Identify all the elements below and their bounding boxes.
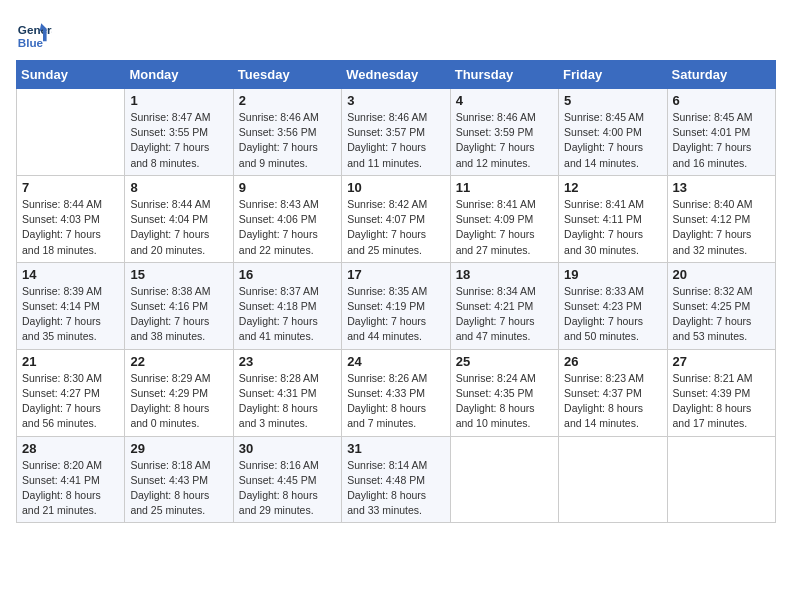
calendar-cell: 7Sunrise: 8:44 AMSunset: 4:03 PMDaylight… bbox=[17, 175, 125, 262]
calendar-cell: 28Sunrise: 8:20 AMSunset: 4:41 PMDayligh… bbox=[17, 436, 125, 523]
calendar-cell bbox=[450, 436, 558, 523]
page-header: General Blue bbox=[16, 16, 776, 52]
day-detail: Sunrise: 8:41 AMSunset: 4:11 PMDaylight:… bbox=[564, 197, 661, 258]
day-number: 28 bbox=[22, 441, 119, 456]
day-number: 21 bbox=[22, 354, 119, 369]
day-detail: Sunrise: 8:46 AMSunset: 3:56 PMDaylight:… bbox=[239, 110, 336, 171]
day-number: 23 bbox=[239, 354, 336, 369]
day-number: 26 bbox=[564, 354, 661, 369]
day-detail: Sunrise: 8:46 AMSunset: 3:57 PMDaylight:… bbox=[347, 110, 444, 171]
day-number: 22 bbox=[130, 354, 227, 369]
calendar-cell: 6Sunrise: 8:45 AMSunset: 4:01 PMDaylight… bbox=[667, 89, 775, 176]
calendar-cell: 18Sunrise: 8:34 AMSunset: 4:21 PMDayligh… bbox=[450, 262, 558, 349]
day-number: 16 bbox=[239, 267, 336, 282]
weekday-header-wednesday: Wednesday bbox=[342, 61, 450, 89]
weekday-header-monday: Monday bbox=[125, 61, 233, 89]
weekday-header-saturday: Saturday bbox=[667, 61, 775, 89]
calendar-week-row: 21Sunrise: 8:30 AMSunset: 4:27 PMDayligh… bbox=[17, 349, 776, 436]
day-detail: Sunrise: 8:18 AMSunset: 4:43 PMDaylight:… bbox=[130, 458, 227, 519]
day-detail: Sunrise: 8:39 AMSunset: 4:14 PMDaylight:… bbox=[22, 284, 119, 345]
day-number: 24 bbox=[347, 354, 444, 369]
calendar-cell: 13Sunrise: 8:40 AMSunset: 4:12 PMDayligh… bbox=[667, 175, 775, 262]
day-detail: Sunrise: 8:40 AMSunset: 4:12 PMDaylight:… bbox=[673, 197, 770, 258]
day-detail: Sunrise: 8:38 AMSunset: 4:16 PMDaylight:… bbox=[130, 284, 227, 345]
day-number: 4 bbox=[456, 93, 553, 108]
day-number: 19 bbox=[564, 267, 661, 282]
day-detail: Sunrise: 8:32 AMSunset: 4:25 PMDaylight:… bbox=[673, 284, 770, 345]
calendar-cell: 29Sunrise: 8:18 AMSunset: 4:43 PMDayligh… bbox=[125, 436, 233, 523]
calendar-cell: 22Sunrise: 8:29 AMSunset: 4:29 PMDayligh… bbox=[125, 349, 233, 436]
day-detail: Sunrise: 8:24 AMSunset: 4:35 PMDaylight:… bbox=[456, 371, 553, 432]
day-number: 30 bbox=[239, 441, 336, 456]
day-number: 6 bbox=[673, 93, 770, 108]
day-detail: Sunrise: 8:23 AMSunset: 4:37 PMDaylight:… bbox=[564, 371, 661, 432]
svg-text:General: General bbox=[18, 23, 52, 36]
day-detail: Sunrise: 8:41 AMSunset: 4:09 PMDaylight:… bbox=[456, 197, 553, 258]
calendar-cell: 31Sunrise: 8:14 AMSunset: 4:48 PMDayligh… bbox=[342, 436, 450, 523]
calendar-cell: 20Sunrise: 8:32 AMSunset: 4:25 PMDayligh… bbox=[667, 262, 775, 349]
day-detail: Sunrise: 8:37 AMSunset: 4:18 PMDaylight:… bbox=[239, 284, 336, 345]
day-detail: Sunrise: 8:28 AMSunset: 4:31 PMDaylight:… bbox=[239, 371, 336, 432]
logo: General Blue bbox=[16, 16, 58, 52]
calendar-week-row: 14Sunrise: 8:39 AMSunset: 4:14 PMDayligh… bbox=[17, 262, 776, 349]
day-number: 5 bbox=[564, 93, 661, 108]
calendar-cell: 5Sunrise: 8:45 AMSunset: 4:00 PMDaylight… bbox=[559, 89, 667, 176]
weekday-header-sunday: Sunday bbox=[17, 61, 125, 89]
day-detail: Sunrise: 8:14 AMSunset: 4:48 PMDaylight:… bbox=[347, 458, 444, 519]
calendar-cell: 26Sunrise: 8:23 AMSunset: 4:37 PMDayligh… bbox=[559, 349, 667, 436]
day-number: 17 bbox=[347, 267, 444, 282]
day-detail: Sunrise: 8:42 AMSunset: 4:07 PMDaylight:… bbox=[347, 197, 444, 258]
calendar-cell: 17Sunrise: 8:35 AMSunset: 4:19 PMDayligh… bbox=[342, 262, 450, 349]
calendar-cell: 12Sunrise: 8:41 AMSunset: 4:11 PMDayligh… bbox=[559, 175, 667, 262]
day-number: 18 bbox=[456, 267, 553, 282]
day-detail: Sunrise: 8:43 AMSunset: 4:06 PMDaylight:… bbox=[239, 197, 336, 258]
logo-icon: General Blue bbox=[16, 16, 52, 52]
weekday-header-thursday: Thursday bbox=[450, 61, 558, 89]
day-number: 3 bbox=[347, 93, 444, 108]
weekday-header-row: SundayMondayTuesdayWednesdayThursdayFrid… bbox=[17, 61, 776, 89]
calendar-cell bbox=[17, 89, 125, 176]
calendar-cell: 24Sunrise: 8:26 AMSunset: 4:33 PMDayligh… bbox=[342, 349, 450, 436]
calendar-cell: 11Sunrise: 8:41 AMSunset: 4:09 PMDayligh… bbox=[450, 175, 558, 262]
calendar-cell: 25Sunrise: 8:24 AMSunset: 4:35 PMDayligh… bbox=[450, 349, 558, 436]
day-detail: Sunrise: 8:21 AMSunset: 4:39 PMDaylight:… bbox=[673, 371, 770, 432]
day-detail: Sunrise: 8:45 AMSunset: 4:00 PMDaylight:… bbox=[564, 110, 661, 171]
calendar-table: SundayMondayTuesdayWednesdayThursdayFrid… bbox=[16, 60, 776, 523]
day-number: 1 bbox=[130, 93, 227, 108]
day-detail: Sunrise: 8:26 AMSunset: 4:33 PMDaylight:… bbox=[347, 371, 444, 432]
calendar-cell: 1Sunrise: 8:47 AMSunset: 3:55 PMDaylight… bbox=[125, 89, 233, 176]
calendar-cell: 21Sunrise: 8:30 AMSunset: 4:27 PMDayligh… bbox=[17, 349, 125, 436]
day-detail: Sunrise: 8:35 AMSunset: 4:19 PMDaylight:… bbox=[347, 284, 444, 345]
day-detail: Sunrise: 8:30 AMSunset: 4:27 PMDaylight:… bbox=[22, 371, 119, 432]
day-detail: Sunrise: 8:16 AMSunset: 4:45 PMDaylight:… bbox=[239, 458, 336, 519]
day-number: 13 bbox=[673, 180, 770, 195]
day-detail: Sunrise: 8:44 AMSunset: 4:03 PMDaylight:… bbox=[22, 197, 119, 258]
calendar-cell: 4Sunrise: 8:46 AMSunset: 3:59 PMDaylight… bbox=[450, 89, 558, 176]
calendar-cell: 23Sunrise: 8:28 AMSunset: 4:31 PMDayligh… bbox=[233, 349, 341, 436]
calendar-cell: 2Sunrise: 8:46 AMSunset: 3:56 PMDaylight… bbox=[233, 89, 341, 176]
weekday-header-friday: Friday bbox=[559, 61, 667, 89]
day-number: 27 bbox=[673, 354, 770, 369]
day-number: 15 bbox=[130, 267, 227, 282]
day-detail: Sunrise: 8:44 AMSunset: 4:04 PMDaylight:… bbox=[130, 197, 227, 258]
calendar-cell: 10Sunrise: 8:42 AMSunset: 4:07 PMDayligh… bbox=[342, 175, 450, 262]
day-detail: Sunrise: 8:29 AMSunset: 4:29 PMDaylight:… bbox=[130, 371, 227, 432]
day-number: 7 bbox=[22, 180, 119, 195]
calendar-cell bbox=[559, 436, 667, 523]
day-number: 20 bbox=[673, 267, 770, 282]
calendar-cell: 14Sunrise: 8:39 AMSunset: 4:14 PMDayligh… bbox=[17, 262, 125, 349]
day-number: 9 bbox=[239, 180, 336, 195]
calendar-cell: 3Sunrise: 8:46 AMSunset: 3:57 PMDaylight… bbox=[342, 89, 450, 176]
calendar-cell: 9Sunrise: 8:43 AMSunset: 4:06 PMDaylight… bbox=[233, 175, 341, 262]
day-number: 12 bbox=[564, 180, 661, 195]
calendar-cell: 27Sunrise: 8:21 AMSunset: 4:39 PMDayligh… bbox=[667, 349, 775, 436]
calendar-week-row: 7Sunrise: 8:44 AMSunset: 4:03 PMDaylight… bbox=[17, 175, 776, 262]
day-number: 31 bbox=[347, 441, 444, 456]
day-detail: Sunrise: 8:20 AMSunset: 4:41 PMDaylight:… bbox=[22, 458, 119, 519]
calendar-cell: 15Sunrise: 8:38 AMSunset: 4:16 PMDayligh… bbox=[125, 262, 233, 349]
calendar-cell bbox=[667, 436, 775, 523]
day-detail: Sunrise: 8:45 AMSunset: 4:01 PMDaylight:… bbox=[673, 110, 770, 171]
day-number: 29 bbox=[130, 441, 227, 456]
day-number: 11 bbox=[456, 180, 553, 195]
day-number: 25 bbox=[456, 354, 553, 369]
